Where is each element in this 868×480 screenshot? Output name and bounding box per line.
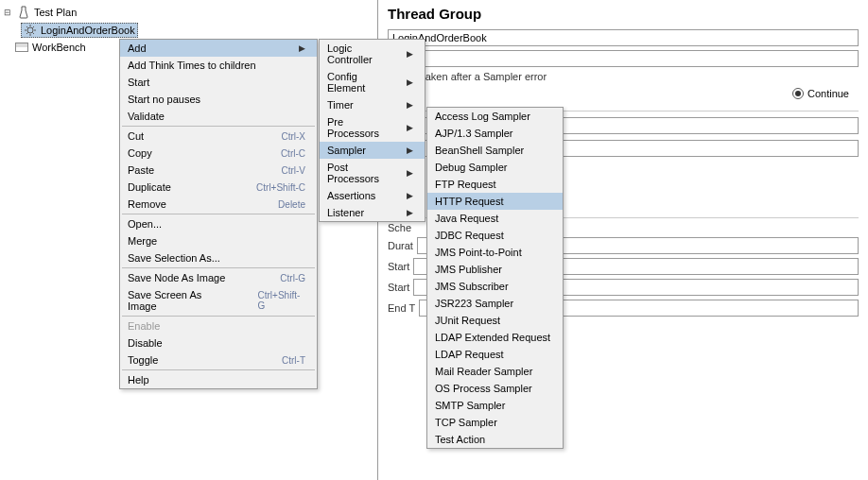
menu-validate[interactable]: Validate [120,108,317,125]
sampler-beanshell[interactable]: BeanShell Sampler [427,142,563,159]
menu-separator [122,316,315,317]
sampler-jms-point[interactable]: JMS Point-to-Point [427,244,563,261]
chevron-right-icon: ▶ [407,168,413,178]
name-input[interactable] [388,29,859,46]
tree-workbench-label: WorkBench [32,42,86,53]
sampler-os-proc[interactable]: OS Process Sampler [427,380,563,397]
menu-remove[interactable]: RemoveDelete [120,196,317,213]
sampler-debug[interactable]: Debug Sampler [427,159,563,176]
chevron-right-icon: ▶ [407,191,413,200]
menu-help[interactable]: Help [120,371,317,388]
tree-thread-group[interactable]: LoginAndOrderBook [21,21,373,40]
menu-save-node[interactable]: Save Node As ImageCtrl-G [120,269,317,286]
continue-radio[interactable] [792,88,804,99]
menu-cut[interactable]: CutCtrl-X [120,128,317,145]
tree-root[interactable]: ⊟ Test Plan [4,4,373,21]
menu-add-think[interactable]: Add Think Times to children [120,57,317,74]
menu-separator [122,369,315,370]
sampler-jdbc[interactable]: JDBC Request [427,227,563,244]
sampler-ajp[interactable]: AJP/1.3 Sampler [427,125,563,142]
sampler-ldap-ext[interactable]: LDAP Extended Request [427,329,563,346]
chevron-right-icon: ▶ [407,49,413,59]
sampler-tcp[interactable]: TCP Sampler [427,414,563,431]
start-label: Start [388,261,409,272]
chevron-right-icon: ▶ [299,43,305,53]
table-icon [15,43,28,52]
chevron-right-icon: ▶ [407,77,413,87]
collapse-icon[interactable]: ⊟ [4,8,13,17]
gear-icon [24,24,37,37]
submenu-sampler[interactable]: Sampler▶ [320,142,425,159]
sche-label: Sche [388,222,411,233]
submenu-assertions[interactable]: Assertions▶ [320,187,425,204]
panel-title: Thread Group [388,6,859,22]
menu-start-no-pauses[interactable]: Start no pauses [120,91,317,108]
submenu-config[interactable]: Config Element▶ [320,68,425,96]
context-menu: Add▶ Add Think Times to children Start S… [119,39,318,389]
chevron-right-icon: ▶ [407,100,413,110]
menu-disable[interactable]: Disable [120,334,317,351]
sampler-ftp[interactable]: FTP Request [427,176,563,193]
menu-separator [122,126,315,127]
tree-thread-group-label: LoginAndOrderBook [41,25,135,36]
continue-label: Continue [807,88,849,99]
menu-duplicate[interactable]: DuplicateCtrl+Shift-C [120,179,317,196]
tree-root-label: Test Plan [34,7,77,18]
sampler-jms-sub[interactable]: JMS Subscriber [427,278,563,295]
submenu-pre[interactable]: Pre Processors▶ [320,113,425,142]
menu-separator [122,267,315,268]
menu-merge[interactable]: Merge [120,232,317,249]
menu-toggle[interactable]: ToggleCtrl-T [120,351,317,369]
sampler-http[interactable]: HTTP Request [427,193,563,210]
menu-copy[interactable]: CopyCtrl-C [120,145,317,162]
chevron-right-icon: ▶ [407,123,413,132]
sampler-test-action[interactable]: Test Action [427,431,563,448]
sampler-ldap[interactable]: LDAP Request [427,346,563,363]
sampler-mail[interactable]: Mail Reader Sampler [427,363,563,380]
sampler-jms-pub[interactable]: JMS Publisher [427,261,563,278]
menu-start[interactable]: Start [120,74,317,91]
menu-enable: Enable [120,317,317,334]
start2-label: Start [388,282,409,293]
endt-label: End T [388,302,415,314]
sampler-access-log[interactable]: Access Log Sampler [427,108,563,125]
submenu-listener[interactable]: Listener▶ [320,204,425,221]
add-submenu: Logic Controller▶ Config Element▶ Timer▶… [319,39,425,222]
submenu-timer[interactable]: Timer▶ [320,96,425,113]
menu-separator [122,214,315,214]
sampler-smtp[interactable]: SMTP Sampler [427,397,563,414]
sampler-submenu: Access Log Sampler AJP/1.3 Sampler BeanS… [426,107,564,449]
submenu-logic[interactable]: Logic Controller▶ [320,40,425,68]
menu-open[interactable]: Open... [120,215,317,232]
menu-paste[interactable]: PasteCtrl-V [120,162,317,179]
menu-save-screen[interactable]: Save Screen As ImageCtrl+Shift-G [120,286,317,315]
sampler-java[interactable]: Java Request [427,210,563,227]
svg-point-0 [27,27,33,33]
sampler-jsr223[interactable]: JSR223 Sampler [427,295,563,312]
chevron-right-icon: ▶ [407,146,413,155]
menu-add[interactable]: Add▶ [120,40,317,57]
comments-input[interactable] [414,50,859,67]
sampler-junit[interactable]: JUnit Request [427,312,563,329]
submenu-post[interactable]: Post Processors▶ [320,159,425,187]
chevron-right-icon: ▶ [407,208,413,217]
flask-icon [17,6,30,19]
durat-label: Durat [388,240,413,251]
menu-save-selection[interactable]: Save Selection As... [120,249,317,266]
